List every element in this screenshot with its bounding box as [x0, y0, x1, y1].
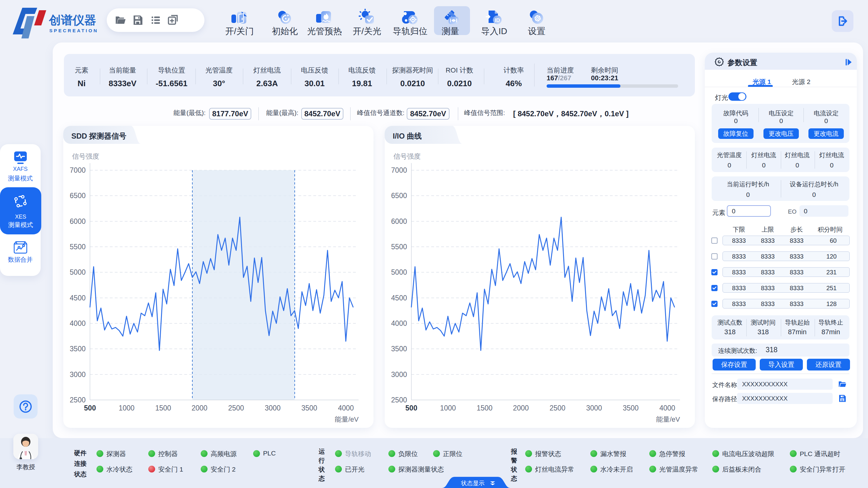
svg-text:3000: 3000 — [265, 404, 280, 412]
svg-text:3500: 3500 — [391, 345, 407, 353]
svg-text:5500: 5500 — [391, 243, 407, 251]
svg-text:3000: 3000 — [70, 370, 86, 379]
svg-text:信号强度: 信号强度 — [72, 153, 99, 160]
svg-text:信号强度: 信号强度 — [393, 153, 421, 160]
svg-text:2500: 2500 — [549, 404, 565, 412]
svg-text:5000: 5000 — [70, 268, 86, 276]
svg-text:3000: 3000 — [586, 404, 602, 412]
svg-text:3500: 3500 — [623, 404, 639, 412]
svg-text:6500: 6500 — [70, 192, 86, 200]
svg-text:ID: ID — [495, 18, 500, 23]
svg-text:能量/eV: 能量/eV — [335, 416, 359, 423]
svg-text:1500: 1500 — [155, 404, 171, 412]
svg-text:能量/eV: 能量/eV — [656, 416, 680, 423]
svg-text:3500: 3500 — [70, 345, 86, 353]
svg-text:6500: 6500 — [391, 192, 407, 200]
svg-text:7000: 7000 — [70, 166, 86, 174]
svg-text:6000: 6000 — [391, 217, 407, 225]
svg-text:4500: 4500 — [391, 294, 407, 302]
svg-text:1500: 1500 — [476, 404, 492, 412]
svg-text:3000: 3000 — [391, 370, 407, 379]
svg-text:6000: 6000 — [70, 217, 86, 225]
svg-text:5500: 5500 — [70, 243, 86, 251]
svg-text:1000: 1000 — [119, 404, 134, 412]
svg-text:1000: 1000 — [440, 404, 456, 412]
svg-text:4000: 4000 — [659, 404, 675, 412]
svg-text:3500: 3500 — [301, 404, 317, 412]
svg-text:4000: 4000 — [391, 319, 407, 327]
svg-text:4000: 4000 — [338, 404, 354, 412]
svg-text:500: 500 — [84, 404, 96, 412]
svg-text:SPECREATION: SPECREATION — [49, 28, 98, 33]
svg-text:4000: 4000 — [70, 319, 86, 327]
svg-text:2500: 2500 — [228, 404, 244, 412]
svg-text:2500: 2500 — [70, 396, 86, 404]
svg-text:7000: 7000 — [391, 166, 407, 174]
svg-text:2000: 2000 — [513, 404, 529, 412]
svg-text:2500: 2500 — [391, 396, 407, 404]
svg-text:5000: 5000 — [391, 268, 407, 276]
svg-text:4500: 4500 — [70, 294, 86, 302]
svg-text:2000: 2000 — [191, 404, 207, 412]
svg-text:500: 500 — [405, 404, 417, 412]
svg-text:创谱仪器: 创谱仪器 — [49, 14, 96, 27]
